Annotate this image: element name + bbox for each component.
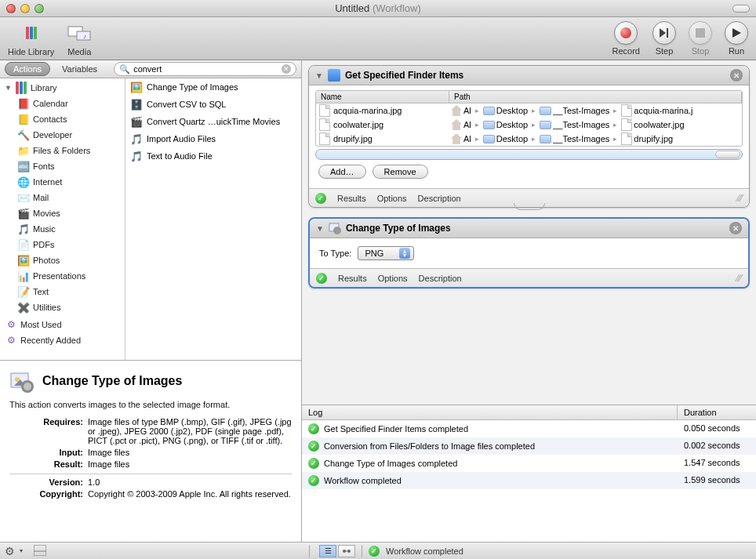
sidebar-item[interactable]: ✉️Mail xyxy=(0,190,125,205)
record-button[interactable]: Record xyxy=(612,21,640,56)
actions-list[interactable]: 🖼️Change Type of Images🗄️Convert CSV to … xyxy=(125,78,301,360)
svg-point-11 xyxy=(24,383,31,390)
workflow-action-finder-items[interactable]: ▼ Get Specified Finder Items ✕ Name Path… xyxy=(308,65,750,208)
svg-marker-6 xyxy=(732,28,741,38)
close-icon[interactable]: ✕ xyxy=(729,222,742,234)
books-icon xyxy=(15,82,27,94)
file-icon xyxy=(621,104,632,117)
tab-actions[interactable]: Actions xyxy=(5,62,50,76)
results-tab[interactable]: Results xyxy=(338,274,367,283)
action-list-item[interactable]: 🎵Text to Audio File xyxy=(125,147,301,165)
sidebar-item[interactable]: 📄PDFs xyxy=(0,237,125,252)
toggle-info-icon[interactable] xyxy=(34,545,46,557)
horizontal-scrollbar[interactable] xyxy=(315,149,743,160)
category-icon: 📝 xyxy=(17,285,30,298)
action-icon: 🗄️ xyxy=(130,98,143,111)
checkmark-icon: ✓ xyxy=(369,546,380,557)
library-tabbar: Actions Variables 🔍 ✕ xyxy=(0,60,301,78)
log-rows[interactable]: ✓Get Specified Finder Items completed0.0… xyxy=(302,420,756,542)
action-list-item[interactable]: 🎬Convert Quartz …uickTime Movies xyxy=(125,113,301,130)
window-title: Untitled (Workflow) xyxy=(335,2,421,14)
category-icon: ✖️ xyxy=(17,301,30,314)
view-list-icon[interactable]: ☰ xyxy=(319,545,336,557)
action-list-item[interactable]: 🖼️Change Type of Images xyxy=(125,78,301,96)
table-row[interactable]: coolwater.jpg Al▸ Desktop▸ __Test-Images… xyxy=(316,118,742,132)
sidebar-item[interactable]: 🎵Music xyxy=(0,221,125,237)
sidebar-item[interactable]: 🔨Developer xyxy=(0,127,125,143)
disclosure-triangle-icon[interactable]: ▼ xyxy=(316,224,324,233)
log-row: ✓Conversion from Files/Folders to Image … xyxy=(302,437,756,455)
table-row[interactable]: acquia-marina.jpg Al▸ Desktop▸ __Test-Im… xyxy=(316,103,742,118)
search-field[interactable]: 🔍 ✕ xyxy=(114,62,296,76)
sidebar-item[interactable]: 🖼️Photos xyxy=(0,252,125,268)
media-button[interactable]: ♪ Media xyxy=(67,20,92,56)
action-list-item[interactable]: 🎵Import Audio Files xyxy=(125,130,301,147)
category-icon: 🔨 xyxy=(17,129,30,141)
sidebar-item[interactable]: 🎬Movies xyxy=(0,205,125,221)
remove-button[interactable]: Remove xyxy=(373,165,428,179)
run-button[interactable]: Run xyxy=(725,21,748,56)
checkmark-icon: ✓ xyxy=(308,441,319,452)
sidebar-item[interactable]: 📝Text xyxy=(0,284,125,299)
step-button[interactable]: Step xyxy=(652,21,676,56)
action-list-item[interactable]: 🗄️Convert CSV to SQL xyxy=(125,96,301,113)
close-window-button[interactable] xyxy=(6,4,16,13)
stop-button[interactable]: Stop xyxy=(689,21,712,56)
clear-search-icon[interactable]: ✕ xyxy=(282,64,291,74)
search-input[interactable] xyxy=(133,64,278,74)
hide-library-button[interactable]: Hide Library xyxy=(8,20,54,56)
view-flow-icon[interactable] xyxy=(338,545,355,557)
sidebar-item[interactable]: 📁Files & Folders xyxy=(0,143,125,158)
action-icon: 🎵 xyxy=(130,132,143,145)
sidebar-item[interactable]: ✖️Utilities xyxy=(0,299,125,315)
folder-icon xyxy=(483,135,495,143)
close-icon[interactable]: ✕ xyxy=(730,69,743,82)
sidebar-item[interactable]: 🔤Fonts xyxy=(0,158,125,174)
action-icon xyxy=(9,368,35,394)
sidebar-item[interactable]: 🌐Internet xyxy=(0,174,125,190)
options-tab[interactable]: Options xyxy=(378,274,408,283)
sidebar-item[interactable]: ⚙Most Used xyxy=(0,317,125,332)
action-title: Change Type of Images xyxy=(346,223,725,234)
sidebar-item[interactable]: 📒Contacts xyxy=(0,111,125,127)
disclosure-triangle-icon[interactable]: ▼ xyxy=(315,71,323,80)
finder-items-table[interactable]: Name Path acquia-marina.jpg Al▸ Desktop▸… xyxy=(315,90,743,147)
tree-root-library[interactable]: ▼ Library xyxy=(0,80,125,96)
add-button[interactable]: Add… xyxy=(318,165,366,179)
category-icon: 🔤 xyxy=(17,160,30,172)
tab-variables[interactable]: Variables xyxy=(53,62,106,76)
sidebar-item[interactable]: ⚙Recently Added xyxy=(0,332,125,348)
workflow-canvas[interactable]: ▼ Get Specified Finder Items ✕ Name Path… xyxy=(302,60,756,405)
toolbar-toggle-button[interactable] xyxy=(732,5,750,13)
category-icon: ✉️ xyxy=(17,191,30,204)
resize-grip-icon[interactable]: ⁄⁄⁄ xyxy=(737,192,743,204)
library-tree[interactable]: ▼ Library 📕Calendar📒Contacts🔨Developer📁F… xyxy=(0,78,125,360)
action-footer: ✓ Results Options Description ⁄⁄⁄ xyxy=(310,268,748,287)
svg-rect-14 xyxy=(34,545,46,556)
minimize-window-button[interactable] xyxy=(20,4,30,13)
folder-icon xyxy=(483,121,495,129)
gear-icon[interactable]: ⚙ xyxy=(5,545,15,557)
sidebar-item[interactable]: 📊Presentations xyxy=(0,268,125,284)
folder-icon xyxy=(540,107,551,115)
category-icon: 📄 xyxy=(17,238,30,251)
category-icon: 🎵 xyxy=(17,223,30,235)
preview-icon xyxy=(329,222,341,234)
description-tab[interactable]: Description xyxy=(418,194,461,203)
home-icon xyxy=(451,105,462,116)
svg-point-13 xyxy=(333,227,341,234)
disclosure-triangle-icon[interactable]: ▼ xyxy=(5,84,12,92)
sidebar-item[interactable]: 📕Calendar xyxy=(0,96,125,111)
zoom-window-button[interactable] xyxy=(35,4,44,13)
resize-grip-icon[interactable]: ⁄⁄⁄ xyxy=(736,272,742,284)
file-icon xyxy=(319,104,330,117)
smart-folder-icon: ⚙ xyxy=(5,318,17,331)
workflow-action-change-type[interactable]: ▼ Change Type of Images ✕ To Type: PNG ▴… xyxy=(308,217,750,289)
left-panel: Actions Variables 🔍 ✕ ▼ Library 📕Calenda… xyxy=(0,60,302,542)
description-tab[interactable]: Description xyxy=(419,274,462,283)
table-row[interactable]: drupify.jpg Al▸ Desktop▸ __Test-Images▸ … xyxy=(316,132,742,146)
results-tab[interactable]: Results xyxy=(337,194,366,203)
options-tab[interactable]: Options xyxy=(377,194,407,203)
to-type-select[interactable]: PNG ▴▾ xyxy=(358,246,414,260)
media-icon: ♪ xyxy=(67,20,92,45)
